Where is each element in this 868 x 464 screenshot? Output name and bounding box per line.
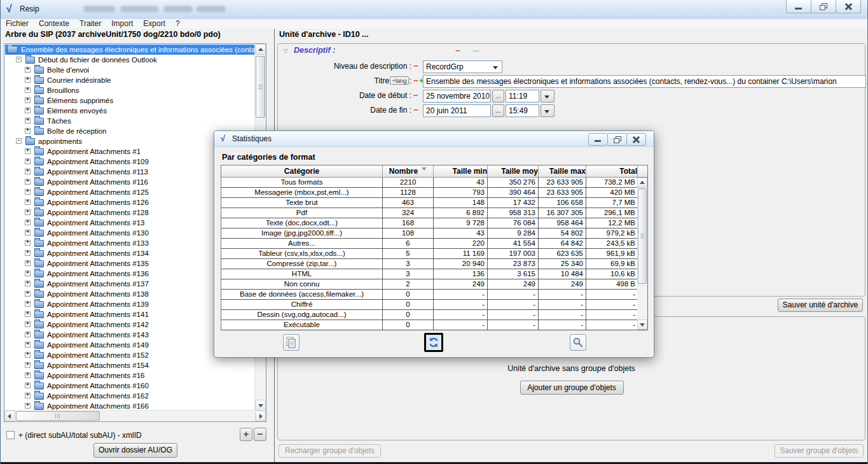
menu-item[interactable]: ? — [170, 19, 185, 29]
scroll-right-button[interactable] — [255, 411, 266, 421]
scroll-down-button[interactable] — [255, 400, 266, 411]
expander-icon[interactable] — [25, 87, 31, 93]
expander-icon[interactable] — [25, 352, 31, 358]
scroll-up-button[interactable] — [255, 44, 266, 55]
expander-icon[interactable] — [25, 128, 31, 134]
expander-icon[interactable] — [25, 301, 31, 307]
dialog-restore-button[interactable] — [607, 133, 627, 146]
menu-item[interactable]: Import — [106, 19, 138, 29]
copy-statistics-button[interactable] — [283, 334, 300, 351]
tree-item[interactable]: Appointment Attachments #16 — [5, 370, 254, 381]
expander-icon[interactable] — [25, 271, 31, 276]
scroll-thumb[interactable] — [638, 188, 647, 284]
table-row[interactable]: Image (jpg,jpg2000,tiff...) 108 43 9 284… — [221, 228, 647, 239]
scroll-up-button[interactable] — [637, 178, 647, 188]
tree-item[interactable]: Ensemble des messages électroniques et i… — [5, 45, 254, 55]
descriptif-more-button[interactable]: ... — [472, 45, 479, 53]
tree-item[interactable]: Appointment Attachments #162 — [5, 391, 254, 401]
expander-icon[interactable] — [25, 260, 31, 266]
start-time-dropdown-button[interactable] — [541, 90, 555, 102]
scroll-left-button[interactable] — [4, 411, 15, 421]
scroll-thumb[interactable] — [16, 411, 100, 421]
column-header-taille-min[interactable]: Taille min — [434, 165, 488, 177]
column-header-nombre[interactable]: Nombre — [383, 165, 434, 177]
expander-icon[interactable] — [25, 372, 31, 378]
minimize-button[interactable] — [786, 0, 811, 13]
title-input[interactable]: Ensemble des messages électroniques et i… — [423, 75, 866, 88]
remove-field-icon[interactable]: − — [413, 105, 418, 115]
description-level-select[interactable]: RecordGrp — [423, 60, 502, 73]
expander-icon[interactable] — [25, 179, 31, 185]
save-archive-unit-button[interactable]: Sauver unité d'archive — [778, 299, 863, 312]
remove-field-icon[interactable]: − — [413, 61, 418, 71]
tree-item[interactable]: Appointment Attachments #154 — [5, 360, 254, 370]
restore-button[interactable] — [811, 0, 836, 13]
table-row[interactable]: Messagerie (mbox,pst,eml...) 1128 793 39… — [221, 188, 647, 198]
start-date-picker-button[interactable]: ... — [492, 90, 504, 102]
menu-item[interactable]: Fichier — [1, 19, 34, 29]
expander-icon[interactable] — [25, 199, 31, 205]
add-object-group-button[interactable]: Ajouter un groupe d'objets — [520, 381, 624, 395]
table-row[interactable]: HTML 3 136 3 615 10 484 10,6 kB — [221, 269, 647, 279]
expander-icon[interactable] — [25, 383, 31, 388]
table-row[interactable]: Texte brut 463 148 17 432 106 658 7,7 MB — [221, 198, 647, 208]
expander-icon[interactable] — [25, 332, 31, 337]
table-row[interactable]: Tous formats 2210 43 350 276 23 633 905 … — [221, 178, 647, 188]
expander-icon[interactable] — [25, 209, 31, 215]
column-header-total[interactable]: Total — [586, 165, 638, 177]
expander-icon[interactable] — [25, 108, 31, 113]
close-button[interactable] — [836, 0, 861, 13]
expander-icon[interactable] — [25, 393, 31, 398]
table-row[interactable]: Compressé (zip,tar...) 3 20 940 23 873 2… — [221, 259, 647, 269]
dialog-minimize-button[interactable] — [588, 133, 608, 146]
menu-item[interactable]: Traiter — [74, 19, 106, 29]
tree-item[interactable]: Appointment Attachments #166 — [5, 401, 254, 410]
expander-icon[interactable] — [25, 77, 31, 83]
end-time-dropdown-button[interactable] — [541, 104, 555, 117]
table-row[interactable]: Non connu 2 249 249 249 498 B — [221, 279, 647, 290]
expander-icon[interactable] — [25, 189, 31, 195]
search-statistics-button[interactable] — [570, 334, 586, 351]
expander-icon[interactable] — [16, 138, 22, 144]
expander-icon[interactable] — [25, 291, 31, 297]
end-date-picker-button[interactable]: ... — [492, 104, 504, 117]
tree-item[interactable]: Courrier indésirable — [5, 75, 254, 85]
column-header-categorie[interactable]: Catégorie — [221, 165, 383, 177]
open-au-og-folder-button[interactable]: Ouvrir dossier AU/OG — [93, 443, 177, 458]
refresh-statistics-button[interactable] — [424, 333, 443, 352]
remove-field-icon[interactable]: − — [413, 90, 418, 100]
expander-icon[interactable] — [25, 230, 31, 236]
expander-icon[interactable] — [25, 67, 31, 73]
table-row[interactable]: Chiffré 0 - - - - — [221, 300, 647, 310]
collapse-all-button[interactable]: − — [254, 428, 266, 441]
tree-item[interactable]: Brouillons — [5, 85, 254, 95]
expander-icon[interactable] — [25, 169, 31, 174]
table-vertical-scrollbar[interactable] — [637, 178, 647, 330]
expander-icon[interactable] — [25, 321, 31, 327]
table-row[interactable]: Base de données (access,filemaker...) 0 … — [221, 290, 647, 300]
expander-icon[interactable] — [25, 118, 31, 123]
start-time-input[interactable]: 11:19 — [506, 90, 539, 102]
save-object-group-button[interactable]: Sauver groupe d'objets — [775, 444, 864, 458]
xmlid-checkbox[interactable] — [6, 431, 15, 439]
expander-icon[interactable] — [25, 311, 31, 317]
expander-icon[interactable] — [25, 250, 31, 256]
table-row[interactable]: Exécutable 0 - - - - — [221, 320, 647, 330]
remove-field-icon[interactable]: − — [413, 76, 418, 85]
reload-object-group-button[interactable]: Recharger groupe d'objets — [279, 444, 381, 458]
expander-icon[interactable] — [25, 240, 31, 246]
end-date-input[interactable]: 20 juin 2011 — [423, 104, 491, 117]
dialog-close-button[interactable] — [626, 133, 646, 146]
collapse-chevron-icon[interactable]: ▽ — [284, 48, 288, 54]
table-row[interactable]: Autres... 6 220 41 554 64 842 243,5 kB — [221, 239, 647, 249]
menu-item[interactable]: Export — [138, 19, 170, 29]
add-lang-button[interactable]: +lang — [390, 76, 409, 85]
expander-icon[interactable] — [25, 148, 31, 154]
expander-icon[interactable] — [25, 362, 31, 368]
tree-item[interactable]: Début du fichier de données Outlook — [5, 55, 254, 65]
menu-item[interactable]: Contexte — [34, 19, 74, 29]
expander-icon[interactable] — [25, 158, 31, 164]
tree-item[interactable]: Éléments envoyés — [5, 106, 254, 116]
expander-icon[interactable] — [25, 342, 31, 348]
scroll-thumb[interactable] — [256, 56, 265, 118]
